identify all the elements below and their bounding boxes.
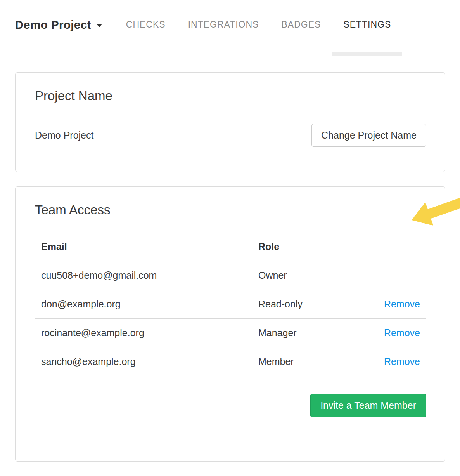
- tab-checks[interactable]: CHECKS: [115, 0, 177, 56]
- member-action-cell: Remove: [368, 347, 426, 376]
- member-role: Owner: [252, 261, 368, 290]
- change-project-name-button[interactable]: Change Project Name: [311, 124, 426, 147]
- table-row: don@example.org Read-only Remove: [35, 290, 426, 318]
- table-header-row: Email Role: [35, 236, 426, 261]
- team-access-card-title: Team Access: [35, 202, 426, 218]
- email-column-header: Email: [35, 236, 252, 261]
- tab-settings[interactable]: SETTINGS: [332, 0, 402, 56]
- remove-member-link[interactable]: Remove: [384, 327, 420, 338]
- table-row: sancho@example.org Member Remove: [35, 347, 426, 376]
- chevron-down-icon: [96, 24, 102, 27]
- invite-team-member-button[interactable]: Invite a Team Member: [310, 394, 426, 417]
- project-name-card-title: Project Name: [35, 88, 426, 104]
- member-action-cell: Remove: [368, 290, 426, 318]
- project-name-card: Project Name Demo Project Change Project…: [15, 72, 445, 172]
- member-role: Manager: [252, 318, 368, 347]
- member-email: cuu508+demo@gmail.com: [35, 261, 252, 290]
- remove-member-link[interactable]: Remove: [384, 299, 420, 309]
- top-nav: Demo Project CHECKS INTEGRATIONS BADGES …: [0, 0, 460, 56]
- member-action-cell: [368, 261, 426, 290]
- invite-row: Invite a Team Member: [35, 394, 426, 417]
- project-title: Demo Project: [15, 18, 91, 31]
- action-column-header: [368, 236, 426, 261]
- tab-integrations[interactable]: INTEGRATIONS: [177, 0, 270, 56]
- member-email: don@example.org: [35, 290, 252, 318]
- current-project-name: Demo Project: [35, 130, 93, 141]
- team-members-table: Email Role cuu508+demo@gmail.com Owner d…: [35, 236, 426, 376]
- project-name-row: Demo Project Change Project Name: [35, 124, 426, 147]
- role-column-header: Role: [252, 236, 368, 261]
- remove-member-link[interactable]: Remove: [384, 356, 420, 367]
- tab-badges[interactable]: BADGES: [270, 0, 332, 56]
- member-role: Read-only: [252, 290, 368, 318]
- member-action-cell: Remove: [368, 318, 426, 347]
- member-email: rocinante@example.org: [35, 318, 252, 347]
- table-row: rocinante@example.org Manager Remove: [35, 318, 426, 347]
- project-selector-dropdown[interactable]: Demo Project: [15, 0, 102, 52]
- table-row: cuu508+demo@gmail.com Owner: [35, 261, 426, 290]
- member-role: Member: [252, 347, 368, 376]
- team-access-card: Team Access Email Role cuu508+demo@gmail…: [15, 186, 445, 462]
- member-email: sancho@example.org: [35, 347, 252, 376]
- nav-tabs: CHECKS INTEGRATIONS BADGES SETTINGS: [115, 0, 403, 56]
